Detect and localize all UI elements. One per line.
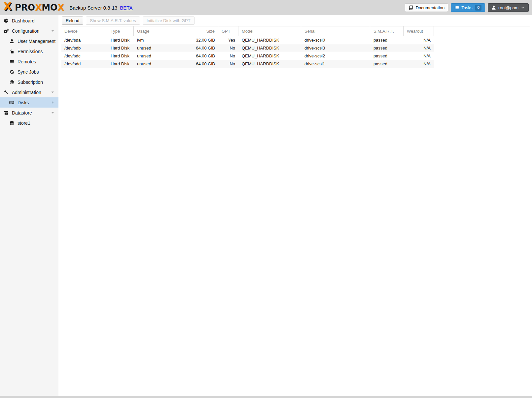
cell-serial: drive-scsi0 [301, 36, 370, 44]
proxmox-logo[interactable]: X X PROXMOX [3, 1, 64, 14]
cell-size: 64.00 GiB [180, 52, 218, 60]
sidebar-item-label: store1 [18, 120, 30, 126]
show-s-m-a-r-t-values-button: Show S.M.A.R.T. values [86, 17, 140, 25]
sidebar-item-label: Configuration [12, 28, 39, 34]
tachometer-icon [3, 18, 9, 23]
cell-s-m-a-r-t: passed [370, 52, 404, 60]
sidebar-item-label: Dashboard [12, 18, 35, 23]
sidebar-item-store1[interactable]: store1 [0, 118, 58, 128]
sidebar-item-configuration[interactable]: Configuration [0, 26, 58, 36]
cell-serial: drive-scsi1 [301, 60, 370, 68]
table-header-row: DeviceTypeUsageSizeGPTModelSerialS.M.A.R… [61, 26, 530, 36]
cell-gpt: No [218, 52, 238, 60]
sidebar-item-label: Subscription [18, 80, 43, 85]
sidebar-item-remotes[interactable]: Remotes [0, 56, 58, 67]
topbar-actions: Documentation Tasks 0 root@pam [405, 3, 529, 12]
table-row-dev-sdc[interactable]: /dev/sdcHard Diskunused64.00 GiBNoQEMU_H… [61, 52, 434, 60]
table-row-dev-sdb[interactable]: /dev/sdbHard Diskunused64.00 GiBNoQEMU_H… [61, 44, 434, 52]
cell-gpt: Yes [218, 36, 238, 44]
archive-icon [3, 111, 9, 115]
toolbar: ReloadShow S.M.A.R.T. valuesInitialize D… [59, 15, 532, 26]
tasks-button[interactable]: Tasks 0 [451, 3, 485, 12]
user-icon [491, 5, 496, 10]
column-header-wearout[interactable]: Wearout [404, 26, 434, 36]
cell-gpt: No [218, 60, 238, 68]
sidebar-item-label: User Management [18, 39, 55, 44]
sidebar-item-permissions[interactable]: Permissions [0, 46, 58, 56]
sidebar: DashboardConfigurationUser ManagementPer… [0, 15, 59, 396]
cell-model: QEMU_HARDDISK [238, 60, 301, 68]
hdd-icon [9, 100, 15, 105]
life-ring-icon [9, 80, 15, 84]
logo-mark-front: X [3, 0, 11, 13]
main-area: DashboardConfigurationUser ManagementPer… [0, 15, 532, 396]
caret-down-icon [51, 111, 55, 116]
cell-type: Hard Disk [107, 36, 134, 44]
disks-table: DeviceTypeUsageSizeGPTModelSerialS.M.A.R… [61, 26, 530, 396]
wrench-icon [3, 90, 9, 95]
tasks-label: Tasks [461, 5, 472, 10]
cell-usage: unused [134, 52, 180, 60]
sidebar-item-disks[interactable]: Disks [0, 97, 58, 108]
cell-usage: unused [134, 44, 180, 52]
sidebar-item-label: Sync Jobs [18, 69, 39, 75]
column-header-device[interactable]: Device [61, 26, 107, 36]
list-blocks-icon [9, 59, 15, 64]
column-header-type[interactable]: Type [107, 26, 134, 36]
sidebar-item-user-management[interactable]: User Management [0, 36, 58, 46]
sidebar-item-administration[interactable]: Administration [0, 87, 58, 97]
table-row-dev-sdd[interactable]: /dev/sddHard Diskunused64.00 GiBNoQEMU_H… [61, 60, 434, 68]
column-header-size[interactable]: Size [180, 26, 218, 36]
cell-model: QEMU_HARDDISK [238, 44, 301, 52]
wordmark-segment: X [35, 3, 42, 13]
wordmark-segment: MO [42, 3, 57, 13]
cell-size: 64.00 GiB [180, 44, 218, 52]
cell-wearout: N/A [404, 44, 434, 52]
caret-down-icon [51, 29, 55, 34]
cell-serial: drive-scsi3 [301, 44, 370, 52]
cell-device: /dev/sdb [61, 44, 107, 52]
page: X X PROXMOX Backup Server 0.8-13 BETA Do… [0, 0, 532, 398]
table-row-dev-sda[interactable]: /dev/sdaHard Disklvm32.00 GiBYesQEMU_HAR… [61, 36, 434, 44]
cell-wearout: N/A [404, 52, 434, 60]
cell-device: /dev/sdc [61, 52, 107, 60]
sidebar-item-dashboard[interactable]: Dashboard [0, 16, 58, 26]
cell-device: /dev/sda [61, 36, 107, 44]
cell-size: 64.00 GiB [180, 60, 218, 68]
beta-link[interactable]: BETA [120, 5, 132, 11]
column-header-serial[interactable]: Serial [301, 26, 370, 36]
cell-model: QEMU_HARDDISK [238, 36, 301, 44]
task-list-icon [454, 5, 459, 10]
user-menu-button[interactable]: root@pam [488, 3, 529, 12]
user-icon [9, 39, 15, 44]
book-icon [408, 5, 413, 10]
arrow-right-icon [51, 100, 55, 106]
sidebar-item-sync-jobs[interactable]: Sync Jobs [0, 67, 58, 77]
database-icon [9, 121, 15, 125]
column-header-usage[interactable]: Usage [134, 26, 180, 36]
column-header-model[interactable]: Model [238, 26, 301, 36]
cogs-icon [3, 28, 9, 34]
sidebar-item-subscription[interactable]: Subscription [0, 77, 58, 87]
column-header-gpt[interactable]: GPT [218, 26, 238, 36]
sidebar-item-label: Remotes [18, 59, 36, 64]
cell-s-m-a-r-t: passed [370, 44, 404, 52]
cell-wearout: N/A [404, 36, 434, 44]
cell-size: 32.00 GiB [180, 36, 218, 44]
proxmox-logo-mark-icon: X X [3, 1, 15, 14]
sidebar-item-datastore[interactable]: Datastore [0, 108, 58, 118]
column-header-s-m-a-r-t[interactable]: S.M.A.R.T. [370, 26, 404, 36]
unlock-icon [9, 49, 15, 54]
chevron-down-icon [521, 6, 525, 10]
cell-usage: unused [134, 60, 180, 68]
initialize-disk-with-gpt-button: Initialize Disk with GPT [143, 17, 195, 25]
reload-button[interactable]: Reload [62, 17, 83, 25]
sidebar-item-label: Administration [12, 90, 41, 95]
cell-model: QEMU_HARDDISK [238, 52, 301, 60]
cell-wearout: N/A [404, 60, 434, 68]
app-title: Backup Server 0.8-13 [69, 5, 117, 11]
wordmark-segment: PRO [15, 3, 35, 13]
documentation-button[interactable]: Documentation [405, 3, 448, 12]
tasks-count-badge: 0 [475, 5, 481, 11]
cell-type: Hard Disk [107, 60, 134, 68]
